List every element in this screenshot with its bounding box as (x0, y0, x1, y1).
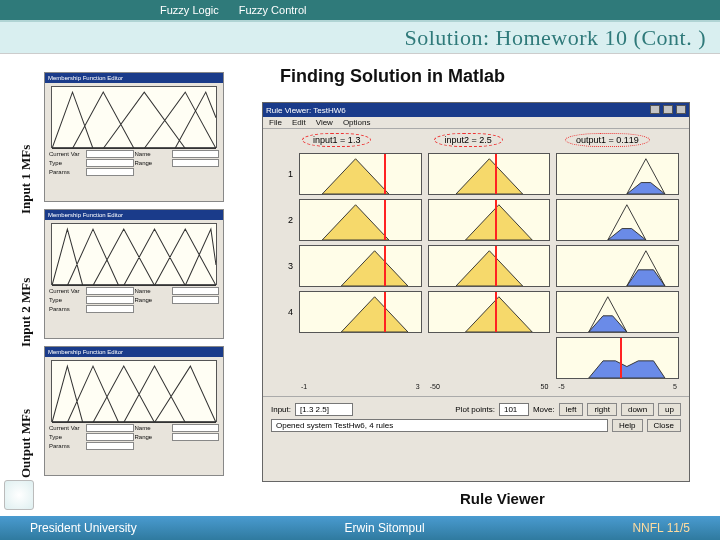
rule-index: 3 (273, 261, 293, 271)
axis-tick: 5 (673, 383, 677, 390)
ctl-box[interactable] (172, 433, 220, 441)
header-input1: input1 = 1.3 (302, 133, 371, 147)
ctl-lbl: Range (135, 297, 171, 303)
title-bar: Solution: Homework 10 (Cont. ) (0, 20, 720, 54)
axis-tick: 50 (541, 383, 549, 390)
ctl-lbl: Type (49, 434, 85, 440)
rv-grid: 1 2 (263, 151, 689, 396)
rule-cell-aggregate[interactable] (556, 337, 679, 379)
rule-row-aggregate (273, 337, 679, 379)
close-icon[interactable] (676, 105, 686, 114)
rule-cell[interactable] (556, 153, 679, 195)
label-input2: Input 2 MFs (18, 278, 34, 347)
ctl-box[interactable] (172, 150, 220, 158)
label-input1: Input 1 MFs (18, 145, 34, 214)
rule-cell[interactable] (428, 291, 551, 333)
heading-matlab: Finding Solution in Matlab (280, 66, 505, 87)
ctl-box[interactable] (86, 442, 134, 450)
rule-cell[interactable] (556, 199, 679, 241)
mf-editor-input2: Membership Function Editor Current Var N… (44, 209, 224, 339)
ctl-lbl: Type (49, 160, 85, 166)
rule-index: 2 (273, 215, 293, 225)
rule-cell[interactable] (299, 245, 422, 287)
rule-cell[interactable] (556, 291, 679, 333)
menu-view[interactable]: View (316, 118, 333, 127)
mf-plot-input2 (51, 223, 217, 285)
rv-menubar: File Edit View Options (263, 117, 689, 129)
nav-item-fuzzy-logic[interactable]: Fuzzy Logic (150, 4, 229, 16)
window-controls (649, 105, 686, 116)
footer-center: Erwin Sitompul (345, 521, 425, 535)
move-label: Move: (533, 405, 555, 414)
ctl-box[interactable] (86, 424, 134, 432)
ctl-box[interactable] (86, 150, 134, 158)
plot-label: Plot points: (455, 405, 495, 414)
status-field: Opened system TestHw6, 4 rules (271, 419, 608, 432)
mf-plot-input1 (51, 86, 217, 148)
footer-right: NNFL 11/5 (632, 521, 690, 535)
minimize-icon[interactable] (650, 105, 660, 114)
mf-plot-output (51, 360, 217, 422)
header-input2: input2 = 2.5 (434, 133, 503, 147)
ctl-box[interactable] (172, 159, 220, 167)
rule-cell[interactable] (428, 153, 551, 195)
move-right-button[interactable]: right (587, 403, 617, 416)
ctl-lbl: Name (135, 288, 171, 294)
close-button[interactable]: Close (647, 419, 681, 432)
mf-titlebar: Membership Function Editor (45, 73, 223, 83)
axis-tick: 3 (416, 383, 420, 390)
menu-options[interactable]: Options (343, 118, 371, 127)
rule-viewer-window: Rule Viewer: TestHW6 File Edit View Opti… (262, 102, 690, 482)
ctl-lbl: Params (49, 443, 85, 449)
ctl-box[interactable] (86, 287, 134, 295)
ctl-box[interactable] (86, 305, 134, 313)
ctl-lbl: Range (135, 160, 171, 166)
ctl-lbl: Name (135, 151, 171, 157)
content-area: Input 1 MFs Input 2 MFs Output MFs Membe… (0, 54, 720, 516)
ctl-lbl: Range (135, 434, 171, 440)
ctl-box[interactable] (172, 424, 220, 432)
mf-editor-output: Membership Function Editor Current Var N… (44, 346, 224, 476)
rule-cell[interactable] (428, 245, 551, 287)
axis-tick: -50 (430, 383, 440, 390)
ctl-box[interactable] (86, 433, 134, 441)
mf-controls: Current Var Name Type Range Params (45, 422, 223, 452)
university-logo-icon (4, 480, 34, 510)
nav-item-fuzzy-control[interactable]: Fuzzy Control (229, 4, 317, 16)
ctl-lbl: Current Var (49, 151, 85, 157)
input-field[interactable]: [1.3 2.5] (295, 403, 353, 416)
rule-cell[interactable] (299, 291, 422, 333)
rv-controls: Input: [1.3 2.5] Plot points: 101 Move: … (263, 396, 689, 441)
ctl-lbl: Params (49, 306, 85, 312)
mf-titlebar: Membership Function Editor (45, 210, 223, 220)
rule-row: 1 (273, 153, 679, 195)
ctl-box[interactable] (86, 159, 134, 167)
ctl-box[interactable] (172, 287, 220, 295)
rule-index: 4 (273, 307, 293, 317)
move-down-button[interactable]: down (621, 403, 654, 416)
move-up-button[interactable]: up (658, 403, 681, 416)
rule-row: 2 (273, 199, 679, 241)
ctl-box[interactable] (86, 168, 134, 176)
menu-file[interactable]: File (269, 118, 282, 127)
rule-cell[interactable] (428, 199, 551, 241)
move-left-button[interactable]: left (559, 403, 584, 416)
rule-cell[interactable] (556, 245, 679, 287)
help-button[interactable]: Help (612, 419, 642, 432)
label-output: Output MFs (18, 409, 34, 478)
maximize-icon[interactable] (663, 105, 673, 114)
rule-cell[interactable] (299, 199, 422, 241)
ctl-lbl: Params (49, 169, 85, 175)
caption-rule-viewer: Rule Viewer (460, 490, 545, 507)
rule-cell[interactable] (299, 153, 422, 195)
top-nav: Fuzzy Logic Fuzzy Control (0, 0, 720, 20)
ctl-lbl: Current Var (49, 425, 85, 431)
footer-left: President University (30, 521, 137, 535)
ctl-box[interactable] (172, 296, 220, 304)
ctl-lbl: Name (135, 425, 171, 431)
header-output1: output1 = 0.119 (565, 133, 650, 147)
plot-points-field[interactable]: 101 (499, 403, 529, 416)
menu-edit[interactable]: Edit (292, 118, 306, 127)
ctl-box[interactable] (86, 296, 134, 304)
rule-index: 1 (273, 169, 293, 179)
